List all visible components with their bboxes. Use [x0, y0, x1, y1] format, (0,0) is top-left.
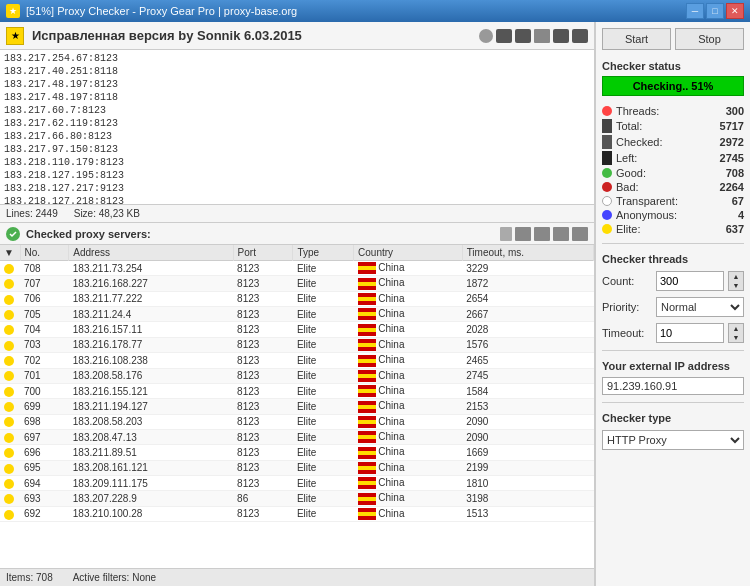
- minimize-button[interactable]: ─: [686, 3, 704, 19]
- table-row[interactable]: 698 183.208.58.203 8123 Elite China 2090: [0, 414, 594, 429]
- proxy-list-area[interactable]: 183.217.254.67:8123183.217.40.251:811818…: [0, 50, 594, 205]
- country-flag: [358, 339, 376, 351]
- table-row[interactable]: 695 183.208.161.121 8123 Elite China 219…: [0, 460, 594, 475]
- proxy-list-item: 183.217.60.7:8123: [4, 104, 590, 117]
- table-row[interactable]: 692 183.210.100.28 8123 Elite China 1513: [0, 506, 594, 521]
- stat-value: 4: [738, 209, 744, 221]
- save-icon[interactable]: [534, 227, 550, 241]
- table-row[interactable]: 699 183.211.194.127 8123 Elite China 215…: [0, 399, 594, 414]
- col-no[interactable]: No.: [20, 245, 69, 261]
- table-row[interactable]: 708 183.211.73.254 8123 Elite China 3229: [0, 261, 594, 276]
- country-flag: [358, 447, 376, 459]
- bottom-status: Items: 708 Active filters: None: [0, 568, 594, 586]
- table-row[interactable]: 704 183.216.157.11 8123 Elite China 2028: [0, 322, 594, 337]
- row-indicator: [4, 310, 14, 320]
- country-flag: [358, 508, 376, 520]
- row-no: 695: [20, 460, 69, 475]
- table-row[interactable]: 706 183.211.77.222 8123 Elite China 2654: [0, 291, 594, 306]
- row-indicator: [4, 264, 14, 274]
- row-type: Elite: [293, 322, 354, 337]
- timeout-spinner[interactable]: ▲ ▼: [728, 323, 744, 343]
- row-country: China: [354, 476, 463, 491]
- stop-button[interactable]: Stop: [675, 28, 744, 50]
- col-timeout[interactable]: Timeout, ms.: [462, 245, 593, 261]
- table-row[interactable]: 696 183.211.89.51 8123 Elite China 1669: [0, 445, 594, 460]
- proxy-list-item: 183.218.127.217:9123: [4, 182, 590, 195]
- count-spinner[interactable]: ▲ ▼: [728, 271, 744, 291]
- start-button[interactable]: Start: [602, 28, 671, 50]
- timeout-input[interactable]: [656, 323, 724, 343]
- count-row: Count: ▲ ▼: [602, 271, 744, 291]
- toolbar-btn-4[interactable]: [534, 29, 550, 43]
- col-address[interactable]: Address: [69, 245, 233, 261]
- close-button[interactable]: ✕: [726, 3, 744, 19]
- header-icon: ★: [6, 27, 24, 45]
- toolbar-btn-2[interactable]: [496, 29, 512, 43]
- table-container[interactable]: ▼ No. Address Port Type Country Timeout,…: [0, 245, 594, 568]
- divider-2: [602, 350, 744, 351]
- checker-status-value: Checking.. 51%: [602, 76, 744, 96]
- table-row[interactable]: 700 183.216.155.121 8123 Elite China 158…: [0, 383, 594, 398]
- row-indicator: [4, 295, 14, 305]
- checker-type-select[interactable]: HTTP Proxy SOCKS4 SOCKS5: [602, 430, 744, 450]
- toolbar-btn-5[interactable]: [553, 29, 569, 43]
- stat-row: Good: 708: [602, 166, 744, 180]
- stat-value: 2745: [720, 152, 744, 164]
- toolbar-btn-1[interactable]: [479, 29, 493, 43]
- col-type[interactable]: Type: [293, 245, 354, 261]
- row-timeout: 2465: [462, 353, 593, 368]
- stat-dot: [602, 135, 612, 149]
- stat-dot: [602, 106, 612, 116]
- table-row[interactable]: 701 183.208.58.176 8123 Elite China 2745: [0, 368, 594, 383]
- row-port: 8123: [233, 399, 293, 414]
- table-row[interactable]: 697 183.208.47.13 8123 Elite China 2090: [0, 429, 594, 444]
- export-icon[interactable]: [515, 227, 531, 241]
- row-timeout: 1513: [462, 506, 593, 521]
- country-flag: [358, 293, 376, 305]
- filter-icon[interactable]: [500, 227, 512, 241]
- count-input[interactable]: [656, 271, 724, 291]
- row-port: 8123: [233, 445, 293, 460]
- row-dot-cell: [0, 276, 20, 291]
- row-no: 696: [20, 445, 69, 460]
- row-timeout: 2654: [462, 291, 593, 306]
- stat-label: Anonymous:: [616, 209, 734, 221]
- row-indicator: [4, 417, 14, 427]
- row-port: 8123: [233, 383, 293, 398]
- info-icon[interactable]: [572, 227, 588, 241]
- country-flag: [358, 308, 376, 320]
- row-type: Elite: [293, 491, 354, 506]
- col-country[interactable]: Country: [354, 245, 463, 261]
- table-row[interactable]: 707 183.216.168.227 8123 Elite China 187…: [0, 276, 594, 291]
- row-no: 706: [20, 291, 69, 306]
- stat-label: Threads:: [616, 105, 722, 117]
- row-no: 692: [20, 506, 69, 521]
- checked-status-icon: [6, 227, 20, 241]
- country-flag: [358, 493, 376, 505]
- country-flag: [358, 385, 376, 397]
- stat-dot: [602, 119, 612, 133]
- table-row[interactable]: 703 183.216.178.77 8123 Elite China 1576: [0, 337, 594, 352]
- country-flag: [358, 401, 376, 413]
- checked-header: Checked proxy servers:: [0, 223, 594, 245]
- table-row[interactable]: 702 183.216.108.238 8123 Elite China 246…: [0, 353, 594, 368]
- row-dot-cell: [0, 399, 20, 414]
- delete-icon[interactable]: [553, 227, 569, 241]
- stat-dot: [602, 210, 612, 220]
- row-address: 183.216.155.121: [69, 383, 233, 398]
- table-row[interactable]: 705 183.211.24.4 8123 Elite China 2667: [0, 307, 594, 322]
- stat-label: Good:: [616, 167, 722, 179]
- row-country: China: [354, 353, 463, 368]
- priority-select[interactable]: Normal High Low: [656, 297, 744, 317]
- table-row[interactable]: 693 183.207.228.9 86 Elite China 3198: [0, 491, 594, 506]
- toolbar-btn-6[interactable]: [572, 29, 588, 43]
- row-timeout: 1810: [462, 476, 593, 491]
- row-no: 707: [20, 276, 69, 291]
- col-port[interactable]: Port: [233, 245, 293, 261]
- stat-row: Bad: 2264: [602, 180, 744, 194]
- row-type: Elite: [293, 383, 354, 398]
- maximize-button[interactable]: □: [706, 3, 724, 19]
- table-row[interactable]: 694 183.209.111.175 8123 Elite China 181…: [0, 476, 594, 491]
- row-no: 697: [20, 429, 69, 444]
- toolbar-btn-3[interactable]: [515, 29, 531, 43]
